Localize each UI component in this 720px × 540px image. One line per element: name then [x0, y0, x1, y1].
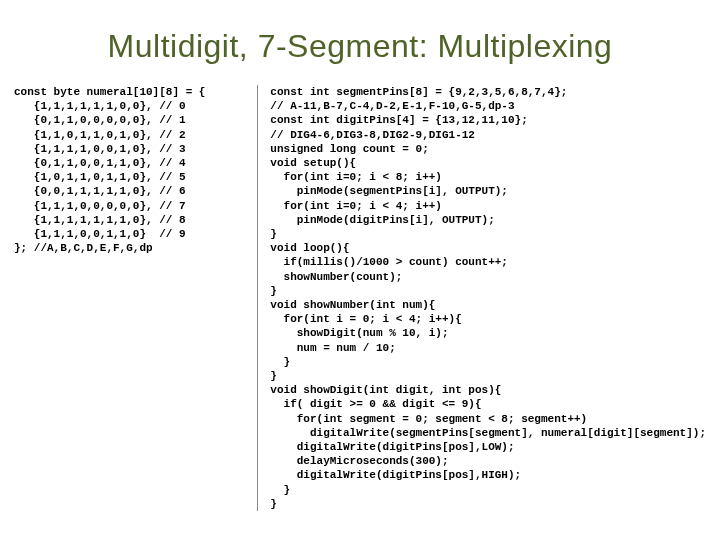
left-column: const byte numeral[10][8] = { {1,1,1,1,1… — [14, 85, 257, 511]
numeral-array-code: const byte numeral[10][8] = { {1,1,1,1,1… — [14, 85, 247, 255]
right-column: const int segmentPins[8] = {9,2,3,5,6,8,… — [257, 85, 706, 511]
main-program-code: const int segmentPins[8] = {9,2,3,5,6,8,… — [270, 85, 706, 511]
code-columns: const byte numeral[10][8] = { {1,1,1,1,1… — [0, 85, 720, 511]
slide-title: Multidigit, 7-Segment: Multiplexing — [0, 0, 720, 85]
